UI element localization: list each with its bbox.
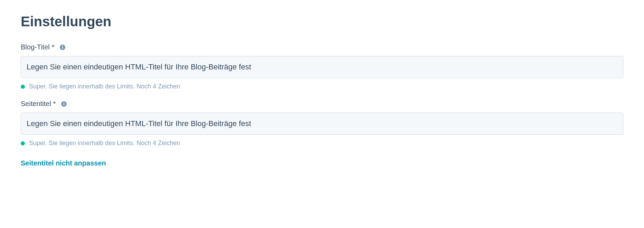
blog-title-input[interactable] <box>21 56 623 78</box>
blog-title-status-text: Super. Sie liegen innerhalb des Limits. … <box>29 83 180 90</box>
blog-title-label-row: Blog-Titel * <box>21 43 623 51</box>
blog-title-status-row: Super. Sie liegen innerhalb des Limits. … <box>21 83 623 90</box>
page-title-field-group: Seitentitel * Super. Sie liegen innerhal… <box>21 100 623 147</box>
info-icon[interactable] <box>61 101 67 107</box>
dont-adjust-page-title-link[interactable]: Seitentitel nicht anpassen <box>21 159 106 167</box>
page-title-status-row: Super. Sie liegen innerhalb des Limits. … <box>21 140 623 147</box>
status-dot-icon <box>21 141 25 145</box>
svg-point-4 <box>63 102 64 103</box>
page-title: Einstellungen <box>21 14 623 29</box>
page-title-label-row: Seitentitel * <box>21 100 623 108</box>
blog-title-label: Blog-Titel <box>21 43 50 51</box>
svg-rect-5 <box>64 103 64 105</box>
blog-title-field-group: Blog-Titel * Super. Sie liegen innerhalb… <box>21 43 623 90</box>
status-dot-icon <box>21 85 25 89</box>
required-asterisk: * <box>52 43 55 51</box>
info-icon[interactable] <box>59 44 66 50</box>
page-title-label: Seitentitel <box>21 100 51 108</box>
svg-rect-2 <box>62 47 63 49</box>
svg-point-1 <box>62 46 63 46</box>
required-asterisk: * <box>53 100 56 108</box>
page-title-input[interactable] <box>21 113 623 135</box>
page-title-status-text: Super. Sie liegen innerhalb des Limits. … <box>29 140 180 147</box>
